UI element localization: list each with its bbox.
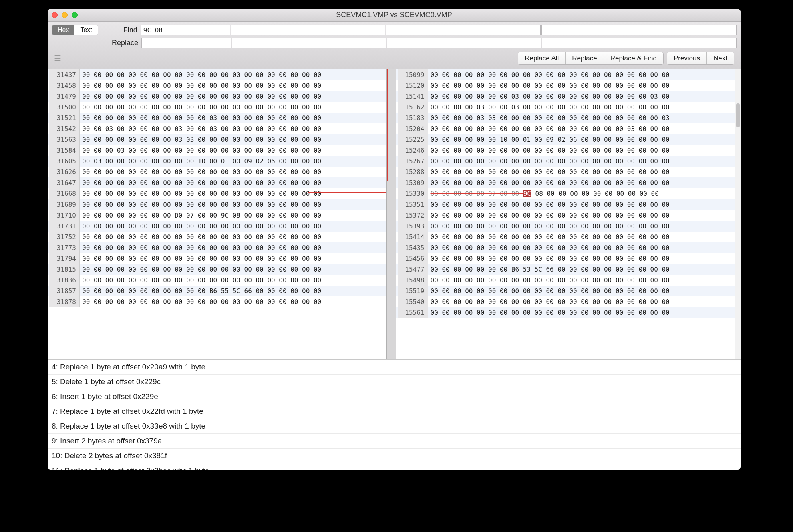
hex-row[interactable]: 1541400 00 00 00 00 00 00 00 00 00 00 00… <box>396 232 735 242</box>
hex-row[interactable]: 1537200 00 00 00 00 00 00 00 00 00 00 00… <box>396 210 735 221</box>
diff-item[interactable]: 7: Replace 1 byte at offset 0x22fd with … <box>48 404 741 419</box>
left-hex-pane[interactable]: 3143700 00 00 00 00 00 00 00 00 00 00 00… <box>48 69 386 359</box>
hex-row[interactable]: 3154200 00 03 00 00 00 00 00 03 00 00 03… <box>48 123 386 134</box>
hex-bytes[interactable]: 00 00 00 00 00 00 00 00 00 00 00 00 00 0… <box>82 91 321 102</box>
hex-bytes[interactable]: 00 00 00 00 00 00 00 00 00 00 00 00 00 0… <box>431 232 670 242</box>
find-input-2[interactable] <box>231 25 386 35</box>
mode-hex-button[interactable]: Hex <box>52 25 74 35</box>
hex-row[interactable]: 3185700 00 00 00 00 00 00 00 00 00 00 B6… <box>48 286 386 296</box>
hex-bytes[interactable]: 00 00 00 00 00 00 00 00 00 00 00 00 00 0… <box>431 123 670 134</box>
hex-bytes[interactable]: 00 00 00 00 00 00 00 00 00 00 00 00 00 0… <box>431 210 670 221</box>
diff-item[interactable]: 8: Replace 1 byte at offset 0x33e8 with … <box>48 419 741 434</box>
close-icon[interactable] <box>52 12 58 18</box>
hex-row[interactable]: 3156300 00 00 00 00 00 00 00 03 03 00 00… <box>48 134 386 145</box>
hex-bytes[interactable]: 00 00 00 00 00 00 00 00 00 00 00 00 00 0… <box>82 264 321 275</box>
hex-row[interactable]: 3162600 00 00 00 00 00 00 00 00 00 00 00… <box>48 167 386 177</box>
replace-input-4[interactable] <box>542 38 737 48</box>
hex-row[interactable]: 3175200 00 00 00 00 00 00 00 00 00 00 00… <box>48 232 386 242</box>
find-input-1[interactable] <box>141 25 230 35</box>
hex-bytes[interactable]: 00 00 00 00 00 00 00 00 00 00 00 00 00 0… <box>82 177 321 188</box>
replace-and-find-button[interactable]: Replace & Find <box>604 52 663 64</box>
diff-item[interactable]: 9: Insert 2 bytes at offset 0x379a <box>48 434 741 449</box>
hex-bytes[interactable]: 00 00 00 00 00 00 00 00 00 00 00 00 00 0… <box>431 156 670 167</box>
hex-bytes[interactable]: 00 00 00 00 00 00 00 00 00 00 00 00 00 0… <box>431 242 670 253</box>
hex-row[interactable]: 1547700 00 00 00 00 00 00 B6 53 5C 66 00… <box>396 264 735 275</box>
hex-row[interactable]: 1524600 00 00 00 00 00 00 00 00 00 00 00… <box>396 145 735 156</box>
hex-bytes[interactable]: 00 00 00 00 00 00 00 00 00 00 00 00 00 0… <box>431 199 670 210</box>
hex-bytes[interactable]: 00 00 00 00 D0 07 00 00 9C 08 00 00 00 0… <box>431 188 659 199</box>
replace-input-2[interactable] <box>232 38 386 48</box>
hex-bytes[interactable]: 00 00 00 00 00 00 00 00 00 00 00 00 00 0… <box>82 69 321 80</box>
hex-row[interactable]: 3160500 03 00 00 00 00 00 00 00 00 10 00… <box>48 156 386 167</box>
hex-bytes[interactable]: 00 00 00 00 00 00 00 00 00 00 00 00 00 0… <box>431 80 670 91</box>
hex-bytes[interactable]: 00 00 00 00 00 00 00 00 00 00 00 00 00 0… <box>431 177 670 188</box>
hex-row[interactable]: 3168900 00 00 00 00 00 00 00 00 00 00 00… <box>48 199 386 210</box>
replace-input-1[interactable] <box>141 38 231 48</box>
hex-row[interactable]: 3171000 00 00 00 00 00 00 00 D0 07 00 00… <box>48 210 386 221</box>
hex-bytes[interactable]: 00 00 00 00 00 00 00 00 00 00 00 00 00 0… <box>82 80 321 91</box>
hex-bytes[interactable]: 00 00 00 00 00 00 00 00 00 00 00 00 00 0… <box>82 253 321 264</box>
hex-row[interactable]: 3147900 00 00 00 00 00 00 00 00 00 00 00… <box>48 91 386 102</box>
hex-row[interactable]: 3177300 00 00 00 00 00 00 00 00 00 00 00… <box>48 242 386 253</box>
hex-bytes[interactable]: 00 00 00 00 00 00 00 00 00 00 00 B6 55 5… <box>82 286 321 296</box>
hex-row[interactable]: 3173100 00 00 00 00 00 00 00 00 00 00 00… <box>48 221 386 232</box>
hex-bytes[interactable]: 00 00 00 00 00 00 00 00 03 03 00 00 00 0… <box>82 134 321 145</box>
hex-bytes[interactable]: 00 00 00 00 03 03 00 00 00 00 00 00 00 0… <box>431 113 670 123</box>
hex-row[interactable]: 1509900 00 00 00 00 00 00 00 00 00 00 00… <box>396 69 735 80</box>
menu-icon[interactable]: ☰ <box>54 54 66 63</box>
hex-row[interactable]: 3145800 00 00 00 00 00 00 00 00 00 00 00… <box>48 80 386 91</box>
hex-bytes[interactable]: 00 00 00 00 00 00 00 00 00 00 00 00 00 0… <box>431 275 670 286</box>
hex-bytes[interactable]: 00 00 00 00 00 00 00 00 00 00 00 00 00 0… <box>431 167 670 177</box>
hex-bytes[interactable]: 00 00 00 00 00 00 00 00 00 00 00 00 00 0… <box>431 253 670 264</box>
replace-input-3[interactable] <box>387 38 541 48</box>
hex-bytes[interactable]: 00 00 00 00 00 00 00 00 00 00 00 00 00 0… <box>82 167 321 177</box>
scrollbar[interactable] <box>735 69 741 359</box>
find-input-4[interactable] <box>541 25 737 35</box>
hex-row[interactable]: 1516200 00 00 00 03 00 00 03 00 00 00 00… <box>396 102 735 113</box>
hex-bytes[interactable]: 00 00 00 00 00 00 00 00 00 00 00 00 00 0… <box>431 286 670 296</box>
hex-bytes[interactable]: 00 00 00 00 00 00 00 00 00 00 00 00 00 0… <box>82 102 321 113</box>
hex-bytes[interactable]: 00 03 00 00 00 00 00 00 00 00 10 00 01 0… <box>82 156 321 167</box>
scrollbar-thumb[interactable] <box>736 103 740 127</box>
hex-bytes[interactable]: 00 00 00 00 00 00 00 00 00 00 00 00 00 0… <box>431 145 670 156</box>
hex-row[interactable]: 1549800 00 00 00 00 00 00 00 00 00 00 00… <box>396 275 735 286</box>
minimize-icon[interactable] <box>62 12 68 18</box>
hex-row[interactable]: 1539300 00 00 00 00 00 00 00 00 00 00 00… <box>396 221 735 232</box>
hex-row[interactable]: 3187800 00 00 00 00 00 00 00 00 00 00 00… <box>48 296 386 307</box>
hex-row[interactable]: 1512000 00 00 00 00 00 00 00 00 00 00 00… <box>396 80 735 91</box>
hex-bytes[interactable]: 00 00 00 03 00 00 00 00 00 00 00 00 00 0… <box>82 145 321 156</box>
diff-item[interactable]: 10: Delete 2 bytes at offset 0x381f <box>48 449 741 463</box>
hex-row[interactable]: 3152100 00 00 00 00 00 00 00 00 00 00 03… <box>48 113 386 123</box>
hex-row[interactable]: 1554000 00 00 00 00 00 00 00 00 00 00 00… <box>396 296 735 307</box>
replace-button[interactable]: Replace <box>566 52 604 64</box>
hex-row[interactable]: 1551900 00 00 00 00 00 00 00 00 00 00 00… <box>396 286 735 296</box>
diff-list[interactable]: 4: Replace 1 byte at offset 0x20a9 with … <box>48 359 741 470</box>
hex-bytes[interactable]: 00 00 00 00 00 00 00 00 00 00 00 00 00 0… <box>431 307 670 318</box>
diff-item[interactable]: 4: Replace 1 byte at offset 0x20a9 with … <box>48 360 741 375</box>
hex-bytes[interactable]: 00 00 00 00 00 00 00 00 00 00 00 00 00 0… <box>82 221 321 232</box>
hex-bytes[interactable]: 00 00 00 00 00 00 00 00 00 00 00 00 00 0… <box>82 275 321 286</box>
right-hex-pane[interactable]: 1509900 00 00 00 00 00 00 00 00 00 00 00… <box>396 69 735 359</box>
hex-row[interactable]: 3181500 00 00 00 00 00 00 00 00 00 00 00… <box>48 264 386 275</box>
zoom-icon[interactable] <box>72 12 78 18</box>
hex-row[interactable]: 1535100 00 00 00 00 00 00 00 00 00 00 00… <box>396 199 735 210</box>
hex-bytes[interactable]: 00 00 00 00 00 00 00 00 00 00 00 00 00 0… <box>82 296 321 307</box>
hex-row[interactable]: 3166800 00 00 00 00 00 00 00 00 00 00 00… <box>48 188 386 199</box>
hex-bytes[interactable]: 00 00 00 00 00 00 00 00 00 00 00 00 00 0… <box>431 221 670 232</box>
hex-row[interactable]: 3150000 00 00 00 00 00 00 00 00 00 00 00… <box>48 102 386 113</box>
diff-item[interactable]: 5: Delete 1 byte at offset 0x229c <box>48 375 741 389</box>
hex-bytes[interactable]: 00 00 00 00 00 00 00 B6 53 5C 66 00 00 0… <box>431 264 670 275</box>
diff-item[interactable]: 6: Insert 1 byte at offset 0x229e <box>48 389 741 404</box>
hex-bytes[interactable]: 00 00 00 00 00 00 00 00 00 00 00 00 00 0… <box>82 242 321 253</box>
hex-bytes[interactable]: 00 00 00 00 03 00 00 03 00 00 00 00 00 0… <box>431 102 670 113</box>
hex-bytes[interactable]: 00 00 00 00 00 00 10 00 01 00 09 02 06 0… <box>431 134 670 145</box>
hex-bytes[interactable]: 00 00 00 00 00 00 00 00 00 00 00 00 00 0… <box>431 296 670 307</box>
hex-row[interactable]: 1526700 00 00 00 00 00 00 00 00 00 00 00… <box>396 156 735 167</box>
hex-bytes[interactable]: 00 00 00 00 00 00 00 00 00 00 00 00 00 0… <box>431 69 670 80</box>
hex-row[interactable]: 3143700 00 00 00 00 00 00 00 00 00 00 00… <box>48 69 386 80</box>
hex-row[interactable]: 1528800 00 00 00 00 00 00 00 00 00 00 00… <box>396 167 735 177</box>
previous-button[interactable]: Previous <box>667 52 707 64</box>
next-button[interactable]: Next <box>707 52 734 64</box>
hex-row[interactable]: 3183600 00 00 00 00 00 00 00 00 00 00 00… <box>48 275 386 286</box>
hex-row[interactable]: 1518300 00 00 00 03 03 00 00 00 00 00 00… <box>396 113 735 123</box>
